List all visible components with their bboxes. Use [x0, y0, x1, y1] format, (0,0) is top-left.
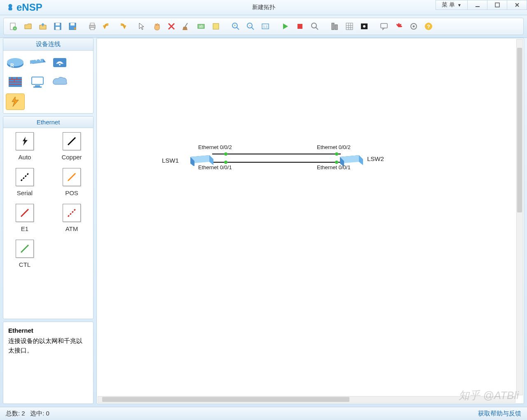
serial-icon — [16, 168, 34, 186]
svg-text:1:1: 1:1 — [263, 25, 268, 28]
connection-panel: Ethernet AutoCopperSerialPOSE1ATMCTL — [3, 116, 94, 319]
connection-pos[interactable]: POS — [54, 168, 89, 196]
redo-button[interactable] — [115, 20, 129, 33]
undo-button[interactable] — [100, 20, 114, 33]
firewall-category[interactable] — [6, 74, 25, 90]
svg-text:+: + — [234, 23, 236, 28]
wlan-category[interactable] — [50, 54, 69, 70]
pc-category[interactable] — [28, 74, 47, 90]
connection-grid: AutoCopperSerialPOSE1ATMCTL — [3, 128, 93, 272]
select-button[interactable] — [135, 20, 149, 33]
connection-header: Ethernet — [3, 117, 93, 128]
connection-atm[interactable]: ATM — [54, 204, 89, 232]
svg-rect-36 — [346, 23, 353, 30]
switch-icon — [28, 55, 47, 70]
screenshot-button[interactable] — [357, 20, 371, 33]
toolbar: + ab + - 1:1 ? — [3, 18, 524, 35]
svg-rect-15 — [90, 23, 94, 25]
device-category-panel: 设备连线 R — [3, 38, 94, 114]
chat-button[interactable] — [377, 20, 391, 33]
total-value: 2 — [21, 410, 25, 417]
logo-icon — [6, 3, 15, 12]
broom-button[interactable] — [179, 20, 193, 33]
save-button[interactable] — [51, 20, 65, 33]
svg-rect-13 — [70, 23, 75, 26]
note-button[interactable] — [209, 20, 223, 33]
start-button[interactable] — [278, 20, 292, 33]
router-category[interactable]: R — [6, 54, 25, 70]
zoomin-button[interactable]: + — [229, 20, 243, 33]
selected-label: 选中: — [30, 410, 44, 417]
close-button[interactable] — [507, 0, 527, 10]
svg-point-49 — [413, 26, 415, 28]
ctl-icon — [16, 240, 34, 258]
svg-rect-35 — [335, 25, 337, 30]
connection-e1[interactable]: E1 — [7, 204, 42, 232]
connection-ctl[interactable]: CTL — [7, 240, 42, 268]
svg-rect-66 — [33, 86, 42, 88]
print-button[interactable] — [85, 20, 99, 33]
server-button[interactable] — [328, 20, 342, 33]
grid-button[interactable] — [342, 20, 356, 33]
topology-canvas[interactable]: LSW1LSW2Ethernet 0/0/2Ethernet 0/0/1Ethe… — [96, 38, 524, 404]
huawei-button[interactable] — [392, 20, 406, 33]
svg-rect-3 — [495, 3, 499, 7]
port-status-dot — [224, 161, 227, 164]
vertical-scrollbar[interactable] — [516, 39, 523, 395]
canvas-container: LSW1LSW2Ethernet 0/0/2Ethernet 0/0/1Ethe… — [96, 38, 527, 407]
minimize-icon — [475, 2, 480, 8]
horizontal-scrollbar[interactable] — [98, 396, 515, 403]
auto-icon — [16, 132, 34, 150]
new-button[interactable]: + — [6, 20, 20, 33]
connection-copper[interactable]: Copper — [54, 132, 89, 161]
svg-rect-34 — [332, 23, 334, 30]
note-icon — [211, 22, 220, 31]
switch-category[interactable] — [28, 54, 47, 70]
svg-line-72 — [21, 245, 28, 252]
pan-button[interactable] — [150, 20, 164, 33]
fit-button[interactable]: 1:1 — [258, 20, 272, 33]
svg-rect-1 — [8, 7, 12, 10]
magnifier-icon — [310, 22, 319, 31]
cloud-category[interactable] — [50, 74, 69, 90]
text-button[interactable]: ab — [194, 20, 208, 33]
port-status-dot — [335, 152, 338, 156]
help-icon: ? — [424, 22, 433, 31]
zoomout-button[interactable]: - — [244, 20, 258, 33]
help-link[interactable]: 获取帮助与反馈 — [478, 410, 521, 418]
status-left: 总数: 2 选中: 0 — [6, 410, 49, 418]
settings-button[interactable] — [407, 20, 421, 33]
connection-auto[interactable]: Auto — [7, 132, 42, 161]
maximize-button[interactable] — [487, 0, 507, 10]
saveas-button[interactable] — [66, 20, 80, 33]
port-label: Ethernet 0/0/1 — [198, 164, 232, 170]
close-icon — [514, 2, 520, 8]
svg-text:-: - — [249, 23, 251, 28]
link[interactable] — [212, 154, 341, 154]
firewall-icon — [6, 75, 24, 89]
selected-value: 0 — [46, 410, 49, 417]
svg-text:+: + — [14, 27, 16, 30]
open-button[interactable] — [21, 20, 35, 33]
menu-button[interactable]: 菜 单▼ — [436, 0, 468, 10]
total-label: 总数: — [6, 410, 20, 417]
vertical-thumb[interactable] — [517, 48, 522, 212]
fit-icon: 1:1 — [261, 22, 270, 31]
connection-serial[interactable]: Serial — [7, 168, 42, 196]
up-button[interactable] — [36, 20, 50, 33]
help-button[interactable]: ? — [422, 20, 436, 33]
stop-button[interactable] — [293, 20, 307, 33]
minimize-button[interactable] — [468, 0, 487, 10]
print-icon — [88, 22, 97, 31]
connection-category[interactable] — [6, 93, 25, 110]
delete-button[interactable] — [164, 20, 178, 33]
e1-icon — [16, 204, 34, 222]
device-header: 设备连线 — [3, 38, 93, 51]
link[interactable] — [212, 162, 341, 163]
device-label: LSW2 — [367, 155, 384, 162]
text-icon: ab — [197, 22, 206, 31]
capture-button[interactable] — [308, 20, 322, 33]
svg-point-47 — [398, 26, 402, 27]
svg-rect-65 — [35, 85, 40, 86]
horizontal-thumb[interactable] — [102, 397, 349, 402]
